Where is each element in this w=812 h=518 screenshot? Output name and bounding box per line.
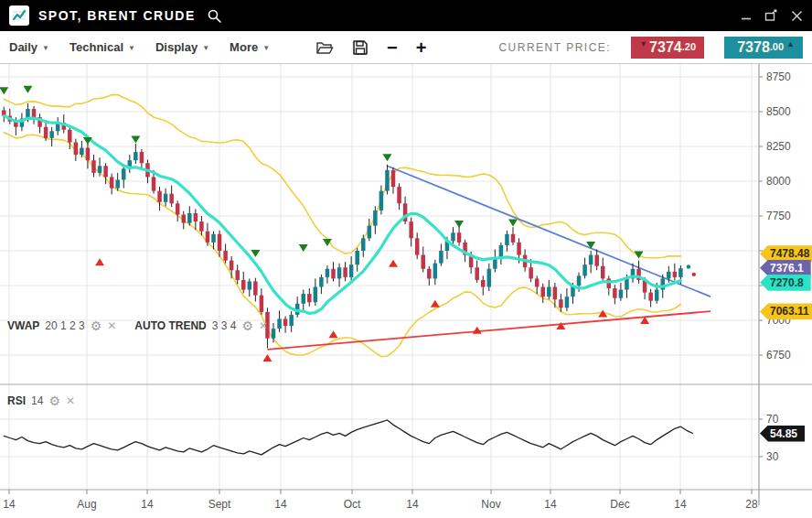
remove-icon[interactable]: ✕ xyxy=(66,394,75,407)
candle-body xyxy=(68,130,72,143)
candle-body xyxy=(91,160,96,173)
trend-line xyxy=(267,311,710,350)
x-axis-label: 14 xyxy=(674,498,687,511)
candle-body xyxy=(86,148,91,161)
candle-body xyxy=(619,290,624,298)
candle-body xyxy=(349,264,354,277)
window-controls xyxy=(741,9,803,22)
gear-icon[interactable]: ⚙ xyxy=(48,395,60,406)
rsi-level-label: 70 xyxy=(766,413,779,426)
menu-daily[interactable]: Daily ▼ xyxy=(9,40,49,54)
buy-marker-icon xyxy=(431,300,440,308)
rsi-legend: RSI 14 ⚙ ✕ xyxy=(7,394,88,407)
open-folder-icon[interactable] xyxy=(315,40,334,55)
candle-body xyxy=(235,270,240,280)
candle-body xyxy=(230,261,234,271)
candle-body xyxy=(199,221,204,232)
candle-body xyxy=(218,234,222,251)
x-axis-label: 28 xyxy=(745,498,758,511)
chevron-down-icon: ▼ xyxy=(42,44,49,52)
candle-body xyxy=(211,234,216,243)
price-chart[interactable]: 8750850082508000775075007250700067507030… xyxy=(0,64,812,517)
candle-body xyxy=(260,296,264,312)
remove-icon[interactable]: ✕ xyxy=(107,319,116,332)
sell-marker-icon xyxy=(382,154,391,161)
buy-marker-icon xyxy=(329,330,338,338)
candle-body xyxy=(98,166,102,173)
save-icon[interactable] xyxy=(352,39,369,56)
candle-body xyxy=(594,255,599,266)
chevron-down-icon: ▼ xyxy=(128,44,135,52)
candle-body xyxy=(582,264,587,275)
candle-body xyxy=(103,166,108,177)
menu-technical[interactable]: Technical ▼ xyxy=(69,40,135,54)
remove-icon[interactable]: ✕ xyxy=(259,319,268,332)
zoom-out-button[interactable]: − xyxy=(387,38,398,57)
candle-body xyxy=(505,234,509,245)
candle-body xyxy=(409,221,413,238)
minimize-button[interactable] xyxy=(741,10,752,21)
x-axis-label: Aug xyxy=(77,498,96,511)
candle-body xyxy=(157,191,162,202)
candle-body xyxy=(169,194,174,204)
rsi-legend-group: RSI 14 ⚙ ✕ xyxy=(7,394,75,407)
close-button[interactable] xyxy=(791,10,803,22)
candle-body xyxy=(565,297,570,308)
candle-body xyxy=(422,255,426,269)
gear-icon[interactable]: ⚙ xyxy=(242,320,254,331)
price-dot xyxy=(687,264,690,268)
candle-body xyxy=(559,299,563,308)
menu-display[interactable]: Display ▼ xyxy=(155,40,209,54)
candle-body xyxy=(541,287,546,297)
candle-body xyxy=(451,232,455,241)
candle-body xyxy=(517,243,521,255)
candle-body xyxy=(607,278,612,288)
bid-price-int: 7374 xyxy=(649,38,682,57)
sell-marker-icon xyxy=(251,250,260,257)
candle-body xyxy=(475,267,479,280)
candle-body xyxy=(314,287,318,303)
x-axis-label: 14 xyxy=(544,498,557,511)
vwap-legend: VWAP 20 1 2 3 ⚙ ✕ xyxy=(7,319,116,332)
candle-body xyxy=(661,278,666,289)
candle-body xyxy=(32,109,37,117)
candle-body xyxy=(535,278,540,286)
gear-icon[interactable]: ⚙ xyxy=(91,320,102,331)
buy-marker-icon xyxy=(473,327,482,334)
rsi-line xyxy=(4,420,692,455)
current-price-cluster: CURRENT PRICE: ▼ 7374 .20 7378 .00 ▲ xyxy=(498,37,803,59)
sell-marker-icon xyxy=(131,135,140,143)
candle-body xyxy=(391,170,396,187)
candle-body xyxy=(44,127,48,138)
candle-body xyxy=(673,272,678,277)
candle-body xyxy=(601,266,605,279)
x-axis-label: Oct xyxy=(344,498,361,511)
candle-body xyxy=(164,194,168,202)
auto-trend-legend-params: 3 3 4 xyxy=(212,319,237,332)
candle-body xyxy=(625,278,629,289)
y-axis-label: 8000 xyxy=(766,175,791,188)
candle-body xyxy=(373,210,378,226)
candle-body xyxy=(667,272,671,279)
candle-body xyxy=(547,287,551,297)
candle-body xyxy=(589,255,593,265)
zoom-in-button[interactable]: + xyxy=(416,38,427,57)
candle-body xyxy=(176,203,180,214)
x-axis-label: Nov xyxy=(481,498,500,511)
candle-body xyxy=(253,281,258,295)
title-bar: SPOT, BRENT CRUDE xyxy=(0,0,812,31)
arrow-down-icon: ▼ xyxy=(639,38,647,49)
x-axis-label: Sept xyxy=(208,498,231,511)
search-icon[interactable] xyxy=(207,8,222,24)
candle-body xyxy=(152,177,156,190)
y-axis-label: 6750 xyxy=(766,349,791,362)
x-axis-label: 14 xyxy=(141,498,154,511)
candle-body xyxy=(302,294,306,304)
menu-more[interactable]: More ▼ xyxy=(230,40,270,54)
rsi-level-label: 30 xyxy=(766,450,779,463)
restore-button[interactable] xyxy=(764,9,778,22)
menu-technical-label: Technical xyxy=(69,40,123,54)
sell-marker-icon xyxy=(508,220,518,227)
x-axis-label: 14 xyxy=(406,498,419,511)
candle-body xyxy=(355,251,359,264)
